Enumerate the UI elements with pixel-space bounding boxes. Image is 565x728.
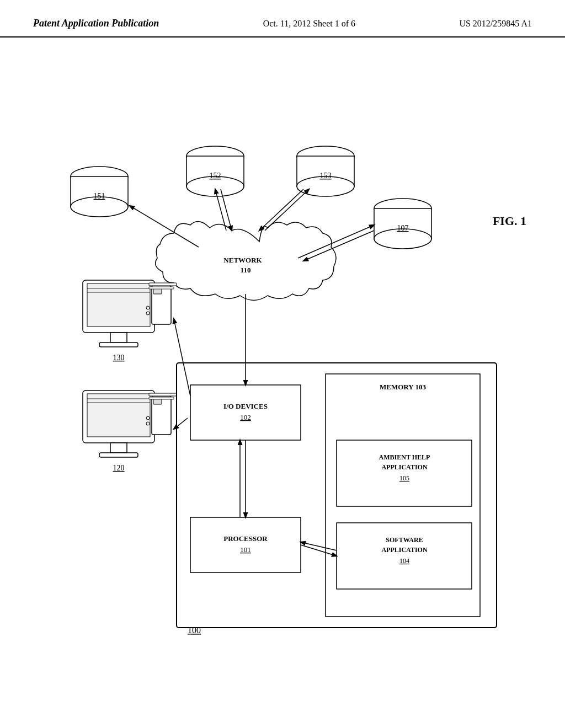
svg-text:MEMORY 103: MEMORY 103 [380,383,426,391]
figure-label: FIG. 1 [493,214,526,228]
publication-label: Patent Application Publication [33,17,159,30]
svg-rect-62 [337,440,472,506]
svg-text:110: 110 [241,266,251,274]
node-network: NETWORK 110 [156,221,336,300]
svg-text:130: 130 [113,354,125,362]
patent-number-label: US 2012/259845 A1 [459,17,532,31]
svg-text:SOFTWARE: SOFTWARE [386,536,423,544]
diagram-area: 151 152 153 107 106 [0,38,565,699]
svg-text:I/O DEVICES: I/O DEVICES [223,402,268,410]
node-120: 120 [83,390,177,472]
svg-text:120: 120 [113,464,125,472]
svg-text:PROCESSOR: PROCESSOR [223,534,268,543]
svg-rect-36 [87,394,150,437]
svg-rect-26 [110,333,127,342]
svg-text:APPLICATION: APPLICATION [381,463,427,471]
svg-rect-53 [190,385,301,440]
svg-text:105: 105 [399,474,409,482]
node-130: 130 [83,280,177,362]
svg-rect-23 [87,283,150,326]
svg-text:NETWORK: NETWORK [223,256,262,264]
node-151: 151 [71,167,128,217]
svg-text:AMBIENT HELP: AMBIENT HELP [379,453,430,461]
svg-text:153: 153 [320,172,332,180]
svg-rect-27 [99,342,138,347]
date-sheet-label: Oct. 11, 2012 Sheet 1 of 6 [263,17,355,31]
svg-rect-30 [149,283,177,286]
svg-rect-43 [149,393,177,396]
node-152: 152 [186,146,244,196]
system-box: 100 PROCESSOR 101 I/O DEVICES 102 MEMORY… [177,363,497,635]
svg-rect-39 [110,443,127,453]
svg-rect-29 [153,288,162,294]
page-header: Patent Application Publication Oct. 11, … [0,0,565,38]
svg-rect-42 [153,399,162,404]
svg-rect-31 [149,287,174,289]
patent-diagram: 151 152 153 107 106 [28,71,535,677]
svg-text:151: 151 [94,192,105,200]
node-153: 153 [297,146,354,196]
svg-rect-58 [337,523,472,589]
svg-rect-44 [149,397,174,399]
svg-text:152: 152 [210,172,221,180]
svg-text:APPLICATION: APPLICATION [381,546,427,554]
svg-text:104: 104 [399,557,409,565]
svg-text:102: 102 [240,413,251,421]
svg-rect-40 [99,453,138,457]
svg-text:101: 101 [240,545,251,554]
svg-text:107: 107 [397,224,409,232]
node-107: 107 [374,199,431,249]
svg-text:100: 100 [188,625,201,635]
svg-rect-50 [190,517,301,572]
